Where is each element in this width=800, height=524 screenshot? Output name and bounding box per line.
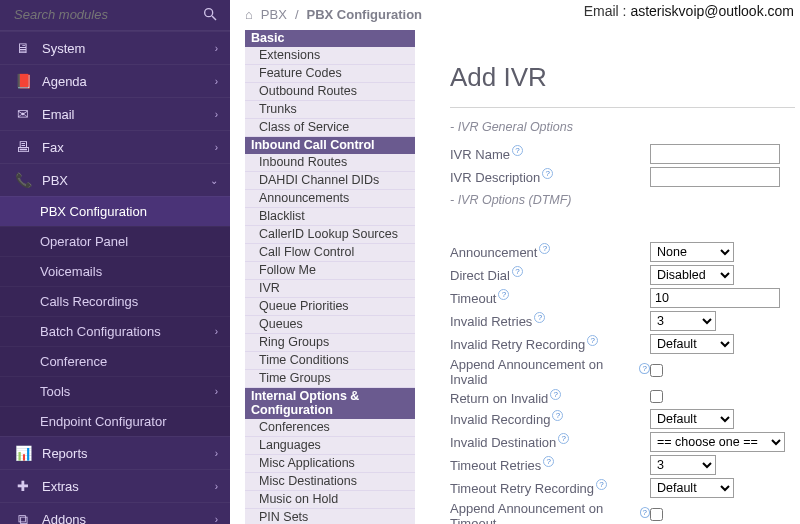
nav-item-agenda[interactable]: 📕Agenda› (0, 64, 230, 97)
module-link-dahdi-channel-dids[interactable]: DAHDI Channel DIDs (245, 172, 415, 190)
module-link-ivr[interactable]: IVR (245, 280, 415, 298)
label-ivr-name: IVR Name (450, 147, 510, 162)
help-icon[interactable]: ? (539, 243, 550, 254)
sidebar-search[interactable] (0, 0, 230, 31)
nav-subitem-pbx-configuration[interactable]: PBX Configuration (0, 196, 230, 226)
nav-subitem-conference[interactable]: Conference (0, 346, 230, 376)
nav-subitem-endpoint-configurator[interactable]: Endpoint Configurator (0, 406, 230, 436)
help-icon[interactable]: ? (552, 410, 563, 421)
label-invalid-rec: Invalid Recording (450, 412, 550, 427)
nav-sublabel: PBX Configuration (40, 204, 218, 219)
breadcrumb-sep: / (295, 7, 299, 22)
nav-icon: ⧉ (14, 511, 32, 524)
help-icon[interactable]: ? (534, 312, 545, 323)
help-icon[interactable]: ? (639, 363, 650, 374)
direct-dial-select[interactable]: Disabled (650, 265, 734, 285)
breadcrumb-pbx[interactable]: PBX (261, 7, 287, 22)
nav-icon: 📕 (14, 73, 32, 89)
module-link-pin-sets[interactable]: PIN Sets (245, 509, 415, 524)
module-header: Internal Options & Configuration (245, 388, 415, 419)
chevron-right-icon: › (215, 76, 218, 87)
nav-item-system[interactable]: 🖥System› (0, 31, 230, 64)
nav-item-pbx[interactable]: 📞PBX⌄ (0, 163, 230, 196)
nav-item-email[interactable]: ✉Email› (0, 97, 230, 130)
help-icon[interactable]: ? (587, 335, 598, 346)
label-append-invalid: Append Announcement on Invalid (450, 357, 637, 387)
section-dtmf: - IVR Options (DTMF) (450, 193, 795, 207)
module-link-time-conditions[interactable]: Time Conditions (245, 352, 415, 370)
announcement-select[interactable]: None (650, 242, 734, 262)
module-link-callerid-lookup-sources[interactable]: CallerID Lookup Sources (245, 226, 415, 244)
nav-item-extras[interactable]: ✚Extras› (0, 469, 230, 502)
module-link-languages[interactable]: Languages (245, 437, 415, 455)
timeout-input[interactable] (650, 288, 780, 308)
module-link-extensions[interactable]: Extensions (245, 47, 415, 65)
help-icon[interactable]: ? (543, 456, 554, 467)
svg-point-0 (205, 9, 213, 17)
module-link-misc-destinations[interactable]: Misc Destinations (245, 473, 415, 491)
search-input[interactable] (14, 7, 202, 22)
chevron-right-icon: › (215, 514, 218, 524)
nav-subitem-operator-panel[interactable]: Operator Panel (0, 226, 230, 256)
nav-sublabel: Calls Recordings (40, 294, 218, 309)
module-link-queues[interactable]: Queues (245, 316, 415, 334)
module-link-music-on-hold[interactable]: Music on Hold (245, 491, 415, 509)
nav-subitem-tools[interactable]: Tools› (0, 376, 230, 406)
help-icon[interactable]: ? (542, 168, 553, 179)
module-link-conferences[interactable]: Conferences (245, 419, 415, 437)
help-icon[interactable]: ? (512, 266, 523, 277)
help-icon[interactable]: ? (596, 479, 607, 490)
ivr-name-input[interactable] (650, 144, 780, 164)
module-link-time-groups[interactable]: Time Groups (245, 370, 415, 388)
invalid-dest-select[interactable]: == choose one == (650, 432, 785, 452)
nav-label: Addons (42, 512, 215, 524)
timeout-retries-select[interactable]: 3 (650, 455, 716, 475)
label-ivr-desc: IVR Description (450, 170, 540, 185)
label-announcement: Announcement (450, 245, 537, 260)
nav-subitem-calls-recordings[interactable]: Calls Recordings (0, 286, 230, 316)
module-link-queue-priorities[interactable]: Queue Priorities (245, 298, 415, 316)
module-link-outbound-routes[interactable]: Outbound Routes (245, 83, 415, 101)
help-icon[interactable]: ? (640, 507, 650, 518)
nav-subitem-batch-configurations[interactable]: Batch Configurations› (0, 316, 230, 346)
home-icon[interactable]: ⌂ (245, 7, 253, 22)
nav-icon: ✚ (14, 478, 32, 494)
email-link[interactable]: asteriskvoip@outlook.com (630, 3, 794, 19)
invalid-rec-select[interactable]: Default (650, 409, 734, 429)
module-header: Basic (245, 30, 415, 47)
label-invalid-retry-rec: Invalid Retry Recording (450, 337, 585, 352)
module-link-ring-groups[interactable]: Ring Groups (245, 334, 415, 352)
label-timeout: Timeout (450, 291, 496, 306)
main-panel: Add IVR - IVR General Options IVR Name? … (450, 50, 795, 524)
module-link-misc-applications[interactable]: Misc Applications (245, 455, 415, 473)
nav-label: System (42, 41, 215, 56)
nav-item-reports[interactable]: 📊Reports› (0, 436, 230, 469)
nav-icon: 🖶 (14, 139, 32, 155)
module-link-inbound-routes[interactable]: Inbound Routes (245, 154, 415, 172)
module-link-feature-codes[interactable]: Feature Codes (245, 65, 415, 83)
module-link-follow-me[interactable]: Follow Me (245, 262, 415, 280)
return-invalid-check[interactable] (650, 390, 663, 403)
help-icon[interactable]: ? (512, 145, 523, 156)
nav-icon: ✉ (14, 106, 32, 122)
chevron-right-icon: › (215, 142, 218, 153)
module-link-class-of-service[interactable]: Class of Service (245, 119, 415, 137)
nav-sublabel: Operator Panel (40, 234, 218, 249)
ivr-desc-input[interactable] (650, 167, 780, 187)
nav-subitem-voicemails[interactable]: Voicemails (0, 256, 230, 286)
module-link-call-flow-control[interactable]: Call Flow Control (245, 244, 415, 262)
invalid-retry-rec-select[interactable]: Default (650, 334, 734, 354)
module-link-blacklist[interactable]: Blacklist (245, 208, 415, 226)
invalid-retries-select[interactable]: 3 (650, 311, 716, 331)
module-link-trunks[interactable]: Trunks (245, 101, 415, 119)
append-timeout-check[interactable] (650, 508, 663, 521)
nav-sublabel: Conference (40, 354, 218, 369)
module-link-announcements[interactable]: Announcements (245, 190, 415, 208)
timeout-retry-rec-select[interactable]: Default (650, 478, 734, 498)
help-icon[interactable]: ? (558, 433, 569, 444)
help-icon[interactable]: ? (550, 389, 561, 400)
nav-item-addons[interactable]: ⧉Addons› (0, 502, 230, 524)
append-invalid-check[interactable] (650, 364, 663, 377)
nav-item-fax[interactable]: 🖶Fax› (0, 130, 230, 163)
help-icon[interactable]: ? (498, 289, 509, 300)
